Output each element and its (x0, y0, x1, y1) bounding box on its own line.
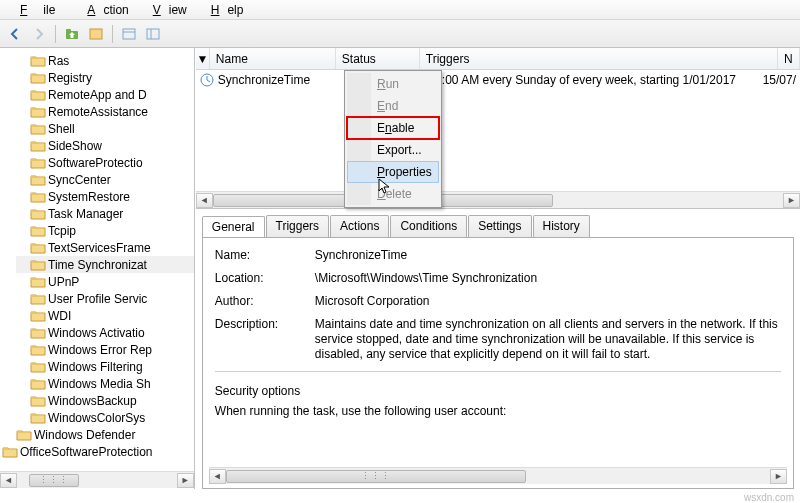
tree-label: UPnP (48, 275, 79, 289)
location-value: \Microsoft\Windows\Time Synchronization (315, 271, 781, 285)
tree-item-windowsbackup[interactable]: WindowsBackup (16, 392, 194, 409)
menu-view[interactable]: View (137, 1, 195, 19)
tab-settings[interactable]: Settings (468, 215, 531, 237)
svg-rect-2 (90, 29, 102, 39)
tree-label: Windows Defender (34, 428, 135, 442)
tree-item-synccenter[interactable]: SyncCenter (16, 171, 194, 188)
tree-item-windows-activatio[interactable]: Windows Activatio (16, 324, 194, 341)
svg-rect-1 (66, 29, 71, 32)
tree-item-windows-defender[interactable]: Windows Defender (16, 426, 194, 443)
tab-conditions[interactable]: Conditions (390, 215, 467, 237)
folder-icon (30, 156, 46, 170)
folder-icon (30, 207, 46, 221)
menu-file[interactable]: Filedocument.currentScript.previousEleme… (4, 1, 71, 19)
svg-rect-5 (147, 29, 159, 39)
ctx-delete[interactable]: Delete (347, 183, 439, 205)
tree-label: Windows Error Rep (48, 343, 152, 357)
tree-item-task-manager[interactable]: Task Manager (16, 205, 194, 222)
tab-triggers[interactable]: Triggers (266, 215, 330, 237)
tree-item-user-profile-servic[interactable]: User Profile Servic (16, 290, 194, 307)
tree-label: SideShow (48, 139, 102, 153)
ctx-enable[interactable]: Enable (347, 117, 439, 139)
folder-icon (30, 411, 46, 425)
svg-rect-3 (123, 29, 135, 39)
tab-actions[interactable]: Actions (330, 215, 389, 237)
toolbar-icon-2[interactable] (118, 23, 140, 45)
folder-icon (2, 445, 18, 459)
tab-strip: General Triggers Actions Conditions Sett… (202, 215, 794, 237)
tree-label: SyncCenter (48, 173, 111, 187)
description-label: Description: (215, 317, 315, 362)
name-value: SynchronizeTime (315, 248, 781, 262)
tasklist-hscroll[interactable]: ◄ ⋮⋮⋮ ► (196, 191, 800, 208)
column-headers[interactable]: ▼ Name Status Triggers N (196, 48, 800, 70)
tree-item-shell[interactable]: Shell (16, 120, 194, 137)
tree-item-ras[interactable]: Ras (16, 52, 194, 69)
menu-action[interactable]: Action (71, 1, 136, 19)
toolbar-icon-3[interactable] (142, 23, 164, 45)
task-list: ▼ Name Status Triggers N SynchronizeTime… (196, 48, 800, 208)
tree-item-sideshow[interactable]: SideShow (16, 137, 194, 154)
task-row[interactable]: SynchronizeTime at 1:00 AM every Sunday … (196, 70, 800, 90)
col-triggers[interactable]: Triggers (420, 48, 778, 69)
task-date: 15/07/ (736, 73, 796, 87)
ctx-run[interactable]: Run (347, 73, 439, 95)
tree-item-windows-media-sh[interactable]: Windows Media Sh (16, 375, 194, 392)
tab-general[interactable]: General (202, 216, 265, 238)
tree-item-time-synchronizat[interactable]: Time Synchronizat (16, 256, 194, 273)
toolbar (0, 20, 800, 48)
folder-icon (30, 54, 46, 68)
tree-item-windows-filtering[interactable]: Windows Filtering (16, 358, 194, 375)
tree-label: Shell (48, 122, 75, 136)
sort-indicator[interactable]: ▼ (196, 48, 210, 69)
ctx-end[interactable]: End (347, 95, 439, 117)
tree-item-registry[interactable]: Registry (16, 69, 194, 86)
folder-icon (30, 71, 46, 85)
tree-item-windows-error-rep[interactable]: Windows Error Rep (16, 341, 194, 358)
tree-label: Registry (48, 71, 92, 85)
tree-item-tcpip[interactable]: Tcpip (16, 222, 194, 239)
col-name[interactable]: Name (210, 48, 336, 69)
tree-item-textservicesframe[interactable]: TextServicesFrame (16, 239, 194, 256)
folder-icon (30, 224, 46, 238)
tree-label: WindowsColorSys (48, 411, 145, 425)
tree-item-remoteapp-and-d[interactable]: RemoteApp and D (16, 86, 194, 103)
security-user-text: When running the task, use the following… (215, 404, 781, 418)
author-value: Microsoft Corporation (315, 294, 781, 308)
menu-help[interactable]: Help (195, 1, 252, 19)
folder-icon (30, 394, 46, 408)
tree-item-softwareprotectio[interactable]: SoftwareProtectio (16, 154, 194, 171)
back-button[interactable] (4, 23, 26, 45)
tree-item-remoteassistance[interactable]: RemoteAssistance (16, 103, 194, 120)
security-options-header: Security options (215, 384, 781, 398)
tree-label: OfficeSoftwareProtection (20, 445, 153, 459)
tree-label: RemoteApp and D (48, 88, 147, 102)
tree-item-systemrestore[interactable]: SystemRestore (16, 188, 194, 205)
description-value: Maintains date and time synchronization … (315, 317, 781, 362)
tree-label: Windows Activatio (48, 326, 145, 340)
col-next[interactable]: N (778, 48, 800, 69)
tree-label: Ras (48, 54, 69, 68)
tree-label: Task Manager (48, 207, 123, 221)
folder-icon (30, 360, 46, 374)
details-hscroll[interactable]: ◄ ⋮⋮⋮ ► (209, 467, 787, 484)
tree-item-officesoftwareprotection[interactable]: OfficeSoftwareProtection (2, 443, 194, 460)
tree-hscroll[interactable]: ◄ ⋮⋮⋮ ► (0, 471, 194, 488)
col-status[interactable]: Status (336, 48, 420, 69)
folder-icon (30, 173, 46, 187)
folder-icon (30, 377, 46, 391)
toolbar-icon-1[interactable] (85, 23, 107, 45)
folder-up-button[interactable] (61, 23, 83, 45)
tree-label: Windows Media Sh (48, 377, 151, 391)
folder-icon (30, 258, 46, 272)
ctx-export[interactable]: Export... (347, 139, 439, 161)
ctx-properties[interactable]: Properties (347, 161, 439, 183)
forward-button[interactable] (28, 23, 50, 45)
folder-icon (30, 105, 46, 119)
tree-label: Tcpip (48, 224, 76, 238)
folder-icon (30, 139, 46, 153)
tree-item-upnp[interactable]: UPnP (16, 273, 194, 290)
tab-history[interactable]: History (533, 215, 590, 237)
tree-item-windowscolorsys[interactable]: WindowsColorSys (16, 409, 194, 426)
tree-item-wdi[interactable]: WDI (16, 307, 194, 324)
